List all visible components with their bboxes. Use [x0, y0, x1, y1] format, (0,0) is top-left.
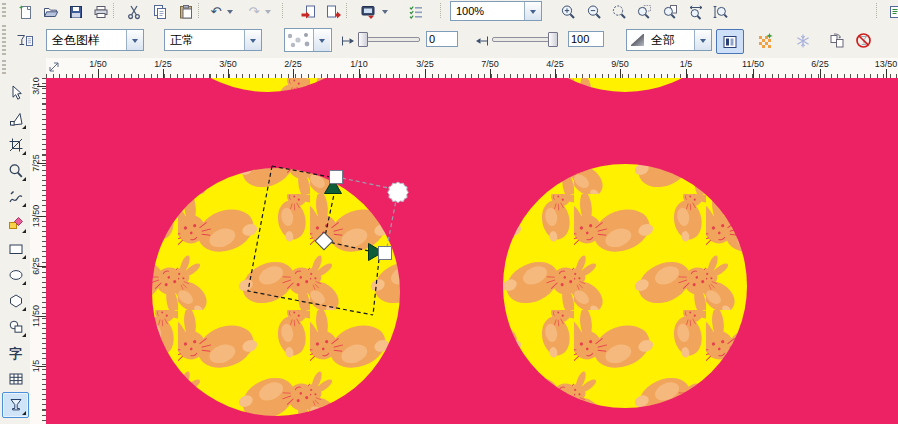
redo-icon: ↷	[249, 5, 260, 18]
tool-smart-fill[interactable]	[2, 210, 29, 236]
no-transparency-button[interactable]	[850, 30, 876, 51]
transparency-target-arrow[interactable]	[694, 30, 711, 50]
right-square-handle[interactable]	[379, 247, 392, 260]
edit-transparency-dialog-button[interactable]	[12, 30, 38, 51]
transparency-type-value: 全色图样	[47, 32, 126, 49]
zoom-level-input[interactable]	[451, 4, 524, 18]
zoom-marquee-button[interactable]	[607, 1, 631, 22]
pattern-circle-right[interactable]	[503, 164, 747, 408]
tool-text[interactable]: 字	[2, 340, 29, 366]
v-ruler-major-tick	[37, 266, 46, 267]
save-button[interactable]	[64, 1, 88, 22]
zoom-combo-arrow-button[interactable]	[524, 2, 541, 20]
start-transparency-icon	[340, 33, 356, 49]
transparency-type-combo[interactable]: 全色图样	[46, 29, 144, 51]
redo-button[interactable]: ↷	[244, 1, 264, 22]
options-checklist-button[interactable]	[404, 1, 428, 22]
transparency-operation-arrow[interactable]	[244, 30, 261, 50]
end-transparency-input[interactable]	[568, 31, 604, 47]
zoom-out-button[interactable]	[582, 1, 606, 22]
tool-interactive-transparency[interactable]	[2, 392, 29, 418]
paste-button[interactable]	[174, 1, 198, 22]
slider-thumb[interactable]	[548, 32, 558, 47]
zoom-to-width-icon	[688, 4, 704, 20]
v-ruler-major-tick	[37, 216, 46, 217]
zoom-to-selection-button[interactable]	[632, 1, 656, 22]
copy-button[interactable]	[148, 1, 172, 22]
freeze-transparency-button[interactable]	[790, 30, 816, 51]
slider-thumb[interactable]	[358, 32, 368, 47]
tool-shape[interactable]	[2, 106, 29, 132]
tool-polygon[interactable]	[2, 288, 29, 314]
caret-down-icon	[382, 10, 388, 17]
h-ruler-label: 6/25	[811, 59, 829, 69]
zoom-in-button[interactable]	[556, 1, 580, 22]
zoom-to-height-button[interactable]	[708, 1, 732, 22]
undo-flyout-button[interactable]	[225, 8, 234, 16]
zoom-to-width-button[interactable]	[684, 1, 708, 22]
application-launcher-flyout[interactable]	[380, 8, 389, 16]
flyout-indicator	[22, 281, 26, 285]
flyout-indicator	[22, 125, 26, 129]
transparency-operation-combo[interactable]: 正常	[164, 29, 262, 51]
zoom-to-page-button[interactable]	[658, 1, 682, 22]
cut-button[interactable]	[122, 1, 146, 22]
flyout-indicator	[22, 333, 26, 337]
vertical-ruler[interactable]: 3/107/2513/506/2511/501/5	[30, 78, 47, 424]
zoom-level-combo[interactable]	[450, 1, 542, 21]
h-ruler-major-tick	[686, 69, 687, 78]
redo-flyout-button[interactable]	[263, 8, 272, 16]
flyout-indicator	[22, 411, 26, 415]
import-button[interactable]	[296, 1, 320, 22]
h-ruler-major-tick	[555, 69, 556, 78]
toolbox-grip[interactable]	[2, 60, 6, 76]
caret-down-icon	[265, 10, 271, 17]
tool-partial-bottom[interactable]	[2, 418, 29, 424]
horizontal-ruler[interactable]: 1/501/253/502/251/103/257/504/259/501/51…	[46, 58, 898, 79]
ruler-origin-icon[interactable]	[47, 60, 61, 74]
pattern-circle-left-selected[interactable]	[152, 168, 400, 416]
pattern-picker-combo[interactable]	[284, 28, 332, 52]
zoom-marquee-icon	[611, 4, 627, 20]
tool-basic-shapes[interactable]	[2, 314, 29, 340]
partial-right-toolbar-button[interactable]	[884, 1, 898, 22]
copy-transparency-properties-button[interactable]	[824, 30, 850, 51]
transparency-target-value: 全部	[646, 32, 694, 49]
tool-pick[interactable]	[2, 80, 29, 106]
open-button[interactable]	[39, 1, 63, 22]
bitmap-pattern-button[interactable]	[752, 30, 778, 51]
h-ruler-major-tick	[753, 69, 754, 78]
drawing-canvas[interactable]	[46, 78, 898, 424]
h-ruler-major-tick	[98, 69, 99, 78]
transparency-type-arrow[interactable]	[126, 30, 143, 50]
tool-zoom[interactable]	[2, 158, 29, 184]
coreldraw-window: ↶ ↷	[0, 0, 898, 424]
caret-down-icon	[319, 39, 325, 46]
edit-transparency-toggle-button[interactable]	[716, 29, 744, 54]
transparency-target-combo[interactable]: 全部	[626, 29, 712, 51]
application-launcher-button[interactable]	[356, 1, 380, 22]
start-transparency-slider[interactable]	[358, 32, 420, 46]
print-button[interactable]	[89, 1, 113, 22]
flyout-indicator	[22, 255, 26, 259]
top-square-handle[interactable]	[330, 171, 343, 184]
toolbar-separator	[113, 3, 115, 18]
property-bar-grip[interactable]	[2, 25, 6, 55]
start-transparency-marker	[338, 30, 358, 51]
tool-rectangle[interactable]	[2, 236, 29, 262]
options-checklist-icon	[408, 4, 424, 20]
export-button[interactable]	[322, 1, 346, 22]
tool-crop[interactable]	[2, 132, 29, 158]
end-transparency-slider[interactable]	[492, 32, 558, 46]
undo-button[interactable]: ↶	[206, 1, 226, 22]
tool-ellipse[interactable]	[2, 262, 29, 288]
toolbar-grip[interactable]	[2, 3, 6, 19]
tool-table[interactable]	[2, 366, 29, 392]
tool-freehand[interactable]	[2, 184, 29, 210]
table-tool-icon	[8, 371, 24, 387]
new-document-button[interactable]	[14, 1, 38, 22]
start-transparency-input[interactable]	[426, 31, 458, 47]
zoom-out-icon	[586, 4, 602, 20]
pattern-picker-arrow[interactable]	[313, 29, 330, 51]
toolbar-separator	[346, 3, 348, 18]
